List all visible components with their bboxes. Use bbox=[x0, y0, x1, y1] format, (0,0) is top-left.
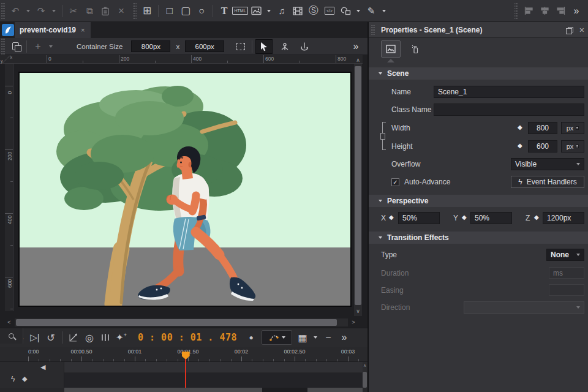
timeline-v-scrollbar-thumb[interactable] bbox=[363, 372, 367, 388]
shapes-icon[interactable] bbox=[337, 3, 353, 19]
snap-dropdown-icon[interactable] bbox=[282, 336, 285, 339]
next-scene-icon[interactable]: ▷| bbox=[27, 330, 43, 345]
canvas-h-scrollbar-thumb[interactable] bbox=[16, 319, 337, 326]
perspective-y-keyframe-icon[interactable]: ◆ bbox=[462, 214, 467, 221]
fit-canvas-icon[interactable] bbox=[233, 39, 249, 55]
ellipse-tool-icon[interactable]: ○ bbox=[194, 3, 209, 19]
vscroll-up-icon[interactable]: ∧ bbox=[354, 56, 362, 64]
timeline-h-scrollbar-track[interactable] bbox=[64, 388, 363, 392]
motion-path-icon[interactable]: ● bbox=[243, 330, 259, 345]
auto-advance-checkbox[interactable]: ✓ bbox=[391, 178, 399, 186]
section-scene[interactable]: Scene bbox=[369, 67, 588, 80]
perspective-x-input[interactable] bbox=[398, 212, 440, 224]
tab-close-icon[interactable]: × bbox=[81, 26, 85, 34]
grid-dropdown-icon[interactable] bbox=[311, 330, 320, 345]
track-row[interactable] bbox=[64, 362, 363, 373]
copy-icon[interactable]: ⧉ bbox=[81, 3, 97, 19]
html-widget-icon[interactable]: HTML bbox=[232, 3, 248, 19]
translate-3d-tool-icon[interactable] bbox=[276, 39, 293, 54]
toolbar-grip[interactable] bbox=[1, 3, 5, 19]
zoom-out-icon[interactable]: − bbox=[320, 330, 336, 345]
audio-icon[interactable]: ♫ bbox=[274, 3, 290, 19]
canvas-v-scrollbar-thumb[interactable] bbox=[355, 66, 361, 305]
height-keyframe-icon[interactable]: ◆ bbox=[518, 142, 522, 149]
width-unit-button[interactable]: px bbox=[561, 122, 584, 134]
timeline-h-scrollbar-thumb[interactable] bbox=[262, 388, 307, 392]
record-icon[interactable]: ◎ bbox=[81, 330, 97, 345]
image-icon[interactable] bbox=[248, 3, 264, 19]
collapse-icon[interactable] bbox=[379, 236, 382, 239]
close-panel-icon[interactable]: × bbox=[579, 25, 584, 35]
height-input[interactable] bbox=[528, 140, 557, 153]
add-icon[interactable]: + bbox=[30, 39, 46, 55]
collapse-icon[interactable] bbox=[379, 72, 382, 75]
collapse-icon[interactable] bbox=[379, 200, 382, 202]
panel-grip[interactable] bbox=[371, 25, 375, 35]
tab-scene-properties[interactable] bbox=[381, 40, 401, 58]
track-lightning-icon[interactable]: ϟ bbox=[11, 375, 15, 383]
overflow-dropdown[interactable]: Visible bbox=[511, 158, 584, 170]
timeline-zoom-cell[interactable] bbox=[0, 328, 23, 344]
tab-styles[interactable] bbox=[405, 40, 425, 58]
event-handlers-button[interactable]: ϟ Event Handlers bbox=[511, 176, 584, 188]
perspective-x-keyframe-icon[interactable]: ◆ bbox=[389, 214, 394, 221]
section-transition-effects[interactable]: Transition Effects bbox=[369, 232, 588, 244]
timeline-overflow-icon[interactable]: » bbox=[336, 330, 352, 345]
perspective-y-input[interactable] bbox=[470, 212, 512, 224]
align-right-icon[interactable] bbox=[552, 3, 568, 19]
image-dropdown-icon[interactable] bbox=[264, 3, 274, 19]
rotate-3d-tool-icon[interactable] bbox=[296, 39, 313, 54]
align-center-icon[interactable] bbox=[537, 3, 552, 19]
transition-type-dropdown[interactable]: None bbox=[546, 249, 584, 261]
panels-icon[interactable] bbox=[7, 39, 23, 55]
scene-stage[interactable] bbox=[18, 72, 352, 307]
pen-tool-icon[interactable]: ✎ bbox=[363, 3, 379, 19]
width-input[interactable] bbox=[528, 122, 557, 134]
video-icon[interactable] bbox=[290, 3, 306, 19]
toolbar-grip[interactable] bbox=[1, 39, 5, 55]
toolbar-overflow-icon[interactable]: » bbox=[568, 3, 584, 19]
effects-icon[interactable]: ✦+ bbox=[113, 330, 129, 345]
hscroll-right-icon[interactable]: > bbox=[349, 318, 358, 326]
collapse-track-icon[interactable]: ◀ bbox=[40, 363, 45, 371]
height-unit-button[interactable]: px bbox=[561, 140, 584, 153]
toolbar-grip[interactable] bbox=[514, 3, 518, 19]
undo-icon[interactable]: ↶ bbox=[7, 3, 23, 19]
hscroll-left-icon[interactable]: < bbox=[5, 318, 13, 326]
document-tab[interactable]: prevent-covid19 × bbox=[15, 22, 91, 38]
container-height-input[interactable] bbox=[185, 40, 224, 52]
link-width-height-icon[interactable] bbox=[382, 122, 386, 150]
track-keyframe-icon[interactable]: ◆ bbox=[22, 375, 27, 383]
symbol-icon[interactable]: Ⓢ bbox=[306, 3, 322, 19]
text-tool-icon[interactable]: T bbox=[216, 3, 232, 19]
edit-toolbar-overflow-icon[interactable]: » bbox=[348, 39, 364, 55]
toolbar-grip[interactable] bbox=[133, 3, 137, 19]
timeline-vscroll-up-icon[interactable]: ∧ bbox=[362, 363, 368, 368]
loop-icon[interactable]: ↺ bbox=[43, 330, 59, 345]
redo-dropdown-icon[interactable] bbox=[49, 3, 59, 19]
snap-toggle-button[interactable] bbox=[262, 330, 292, 345]
rectangle-tool-icon[interactable]: □ bbox=[162, 3, 178, 19]
auto-keyframe-icon[interactable] bbox=[66, 330, 81, 345]
container-width-input[interactable] bbox=[131, 40, 170, 52]
cut-icon[interactable]: ✂ bbox=[66, 3, 81, 19]
track-row[interactable] bbox=[64, 373, 363, 388]
perspective-z-input[interactable] bbox=[543, 212, 584, 224]
paste-icon[interactable] bbox=[97, 3, 113, 19]
perspective-z-keyframe-icon[interactable]: ◆ bbox=[534, 214, 539, 221]
insert-time-icon[interactable] bbox=[97, 330, 113, 345]
class-name-input[interactable] bbox=[434, 104, 584, 116]
float-panel-icon[interactable] bbox=[568, 27, 573, 32]
align-left-icon[interactable] bbox=[521, 3, 537, 19]
add-dropdown-icon[interactable] bbox=[46, 39, 56, 55]
rounded-rectangle-tool-icon[interactable]: ▢ bbox=[178, 3, 194, 19]
select-tool-icon[interactable] bbox=[255, 39, 273, 54]
redo-icon[interactable]: ↷ bbox=[33, 3, 49, 19]
undo-dropdown-icon[interactable] bbox=[23, 3, 33, 19]
magnifier-icon[interactable] bbox=[9, 333, 14, 339]
timeline-grid-icon[interactable]: ▦ bbox=[295, 330, 311, 345]
vscroll-down-icon[interactable]: ∨ bbox=[354, 307, 362, 315]
width-keyframe-icon[interactable]: ◆ bbox=[518, 124, 522, 130]
scene-name-input[interactable] bbox=[434, 86, 584, 98]
code-widget-icon[interactable]: </> bbox=[322, 3, 337, 19]
